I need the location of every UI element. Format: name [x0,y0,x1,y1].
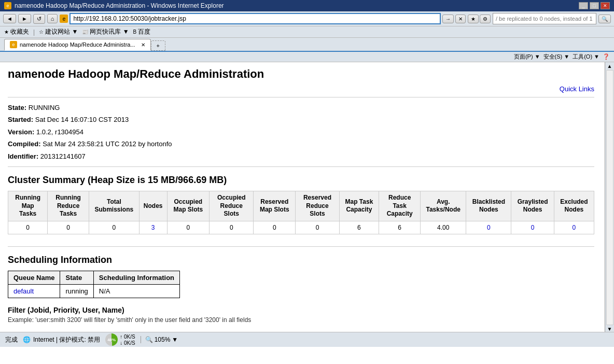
version-label: Version: [8,128,34,136]
sched-td-info: N/A [93,284,179,298]
blacklisted-link[interactable]: 0 [487,224,491,231]
feeds-icon: 📰 [82,29,88,35]
th-running-reduce: Running Reduce Tasks [48,191,89,221]
address-bar: e → ✕ [60,13,466,24]
status-text: 完成 [5,335,18,344]
tab-close-icon[interactable]: ✕ [141,42,145,48]
divider-2 [8,166,594,167]
td-total-submissions: 0 [89,221,139,234]
zone-info: 🌐 Internet | 保护模式: 禁用 [23,335,100,344]
schedule-row: default running N/A [8,284,180,298]
help-button[interactable]: ❓ [603,53,610,60]
filter-hint: Example: 'user:smith 3200' will filter b… [8,316,594,324]
tools-menu[interactable]: 工具(O) ▼ [573,53,599,61]
divider-1 [8,97,594,97]
td-reduce-capacity: 6 [379,221,421,234]
suggested-sites[interactable]: ☆ 建议网站 ▼ [39,27,78,36]
quick-links: Quick Links [8,85,594,93]
tab-bar: e namenode Hadoop Map/Reduce Administra.… [0,38,614,52]
refresh-button[interactable]: ↺ [33,14,45,24]
security-menu[interactable]: 安全(S) ▼ [543,53,570,61]
scrollbar[interactable]: ▲ ▼ [605,62,614,332]
td-occupied-map: 0 [167,221,210,234]
favorites-menu[interactable]: ★ 收藏夹 [4,27,29,36]
version-row: Version: 1.0.2, r1304954 [8,126,594,138]
favorites-label: 收藏夹 [10,27,29,36]
th-occupied-map: Occupied Map Slots [167,191,210,221]
close-button[interactable]: ✕ [601,2,610,9]
favorites-star-button[interactable]: ★ [468,15,479,23]
page-title: namenode Hadoop Map/Reduce Administratio… [8,67,594,81]
page-content: namenode Hadoop Map/Reduce Administratio… [0,62,605,332]
version-value: 1.0.2, r1304954 [36,128,83,136]
state-value: RUNNING [29,104,60,111]
scheduling-table: Queue Name State Scheduling Information … [8,271,180,298]
zoom-level: 105% [155,336,171,343]
started-value: Sat Dec 14 16:07:10 CST 2013 [35,116,129,123]
quick-links-link[interactable]: Quick Links [560,85,594,93]
scroll-down-button[interactable]: ▼ [607,326,612,332]
td-running-map: 0 [8,221,48,234]
th-blacklisted: Blacklisted Nodes [466,191,511,221]
cluster-summary-table: Running Map Tasks Running Reduce Tasks T… [8,191,594,234]
sched-td-state: running [60,284,93,298]
baidu-label: 百度 [138,27,150,36]
page-menu[interactable]: 页面(P) ▼ [514,53,540,61]
identifier-row: Identifier: 201312141607 [8,150,594,162]
th-avg-tasks: Avg. Tasks/Node [421,191,466,221]
feeds-label: 网页快讯库 ▼ [90,27,129,36]
compiled-label: Compiled: [8,140,41,148]
queue-link[interactable]: default [13,287,34,295]
baidu-icon: B [133,29,137,35]
zone-text: Internet | 保护模式: 禁用 [33,335,100,344]
tab-icon: e [10,41,17,48]
th-occupied-reduce: Occupied Reduce Slots [210,191,254,221]
tools-button[interactable]: ⚙ [480,15,491,23]
nodes-link[interactable]: 3 [151,224,155,231]
search-button[interactable]: 🔍 [598,15,611,23]
td-occupied-reduce: 0 [210,221,254,234]
divider-3 [8,246,594,247]
suggested-icon: ☆ [39,29,44,35]
speed-up: ↑ 0K/S [120,334,135,340]
th-running-map: Running Map Tasks [8,191,48,221]
excluded-link[interactable]: 0 [573,224,576,231]
started-row: Started: Sat Dec 14 16:07:10 CST 2013 [8,114,594,125]
forward-button[interactable]: ► [18,14,31,23]
graylisted-link[interactable]: 0 [531,224,535,231]
zone-globe-icon: 🌐 [23,336,31,343]
navigation-bar: ◄ ► ↺ ⌂ e → ✕ ★ ⚙ 🔍 [0,11,614,26]
percent-label: 48% [107,338,116,342]
web-feeds[interactable]: 📰 网页快讯库 ▼ [82,27,129,36]
baidu-link[interactable]: B 百度 [133,27,151,36]
zoom-dropdown-icon[interactable]: ▼ [172,336,178,343]
home-button[interactable]: ⌂ [47,14,58,23]
minimize-button[interactable]: _ [579,2,588,9]
back-button[interactable]: ◄ [3,14,16,23]
th-reserved-map: Reserved Map Slots [254,191,296,221]
td-excluded: 0 [554,221,594,234]
nav-actions: ★ ⚙ [468,15,491,23]
td-running-reduce: 0 [48,221,89,234]
go-button[interactable]: → [442,15,454,23]
maximize-button[interactable]: □ [590,2,599,9]
speed-display: ↑ 0K/S ↓ 0K/S [120,334,135,346]
td-nodes: 3 [139,221,167,234]
network-status: 48% ↑ 0K/S ↓ 0K/S [105,333,135,346]
address-input[interactable] [69,13,441,24]
td-reserved-reduce: 0 [296,221,339,234]
stop-button[interactable]: ✕ [455,15,466,23]
th-total-submissions: Total Submissions [89,191,139,221]
compiled-value: Sat Mar 24 23:58:21 UTC 2012 by hortonfo [43,140,172,148]
active-tab[interactable]: e namenode Hadoop Map/Reduce Administra.… [4,39,151,51]
speed-down: ↓ 0K/S [120,340,135,346]
table-row: 0 0 0 3 0 0 0 0 6 6 4.00 0 0 0 [8,221,594,234]
search-input[interactable] [493,13,596,24]
browser-icon: e [4,2,11,9]
sched-th-queue: Queue Name [8,271,60,284]
th-map-capacity: Map Task Capacity [339,191,379,221]
new-tab-button[interactable]: + [151,40,165,51]
scroll-up-button[interactable]: ▲ [607,63,612,69]
suggested-label: 建议网站 ▼ [45,27,78,36]
td-graylisted: 0 [511,221,554,234]
